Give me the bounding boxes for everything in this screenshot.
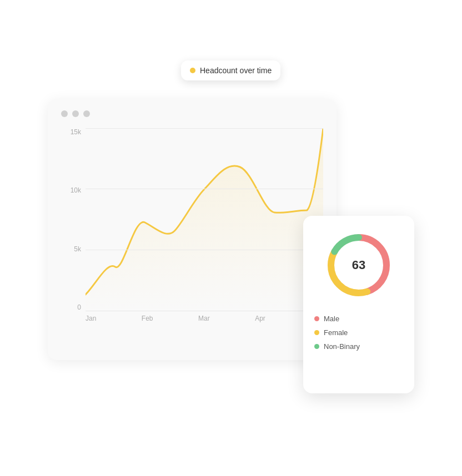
legend-label-male: Male — [324, 315, 339, 323]
line-chart-card: 0 5k 10k 15k — [48, 99, 337, 360]
legend-item-male: Male — [314, 315, 403, 323]
y-label-15k: 15k — [71, 128, 81, 136]
y-label-5k: 5k — [74, 245, 81, 253]
y-label-10k: 10k — [71, 186, 81, 194]
donut-legend: Male Female Non-Binary — [314, 315, 403, 351]
x-label-feb: Feb — [142, 315, 153, 328]
dot-3 — [83, 110, 90, 117]
donut-chart-card: 63 Male Female Non-Binary — [303, 216, 414, 393]
window-dots — [61, 110, 323, 117]
chart-plot-area — [86, 128, 323, 311]
grid-line-1 — [86, 250, 323, 250]
dot-1 — [61, 110, 68, 117]
donut-center-value: 63 — [352, 258, 365, 272]
x-label-apr: Apr — [255, 315, 265, 328]
legend-item-nonbinary: Non-Binary — [314, 342, 403, 351]
legend-dot-male — [314, 316, 319, 321]
x-label-jan: Jan — [86, 315, 96, 328]
legend-dot-nonbinary — [314, 344, 319, 349]
legend-item-female: Female — [314, 328, 403, 337]
scene: Headcount over time 0 5k 10k 15k — [48, 66, 414, 410]
tooltip-dot — [190, 68, 195, 73]
tooltip-text: Headcount over time — [200, 66, 272, 75]
y-axis-labels: 0 5k 10k 15k — [61, 128, 81, 311]
dot-2 — [72, 110, 79, 117]
chart-area: 0 5k 10k 15k — [61, 128, 323, 328]
legend-label-nonbinary: Non-Binary — [324, 342, 360, 351]
tooltip-bubble: Headcount over time — [181, 60, 280, 80]
grid-line-2 — [86, 189, 323, 189]
legend-label-female: Female — [324, 328, 348, 337]
grid-line-3 — [86, 128, 323, 129]
x-axis-labels: Jan Feb Mar Apr May — [86, 315, 323, 328]
legend-dot-female — [314, 330, 319, 335]
grid-lines — [86, 128, 323, 311]
x-label-mar: Mar — [198, 315, 210, 328]
grid-line-0 — [86, 311, 323, 311]
y-label-0: 0 — [77, 303, 81, 311]
donut-wrapper: 63 — [323, 229, 395, 301]
